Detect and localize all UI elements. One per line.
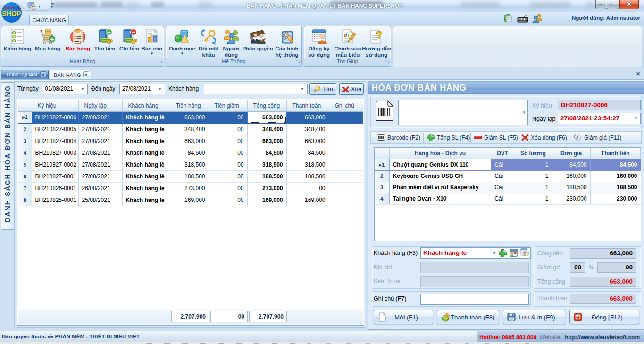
svg-text:?: ? bbox=[376, 29, 382, 41]
svg-text:$: $ bbox=[135, 39, 136, 42]
svg-text:$: $ bbox=[446, 314, 448, 318]
svg-text:$: $ bbox=[110, 39, 112, 42]
